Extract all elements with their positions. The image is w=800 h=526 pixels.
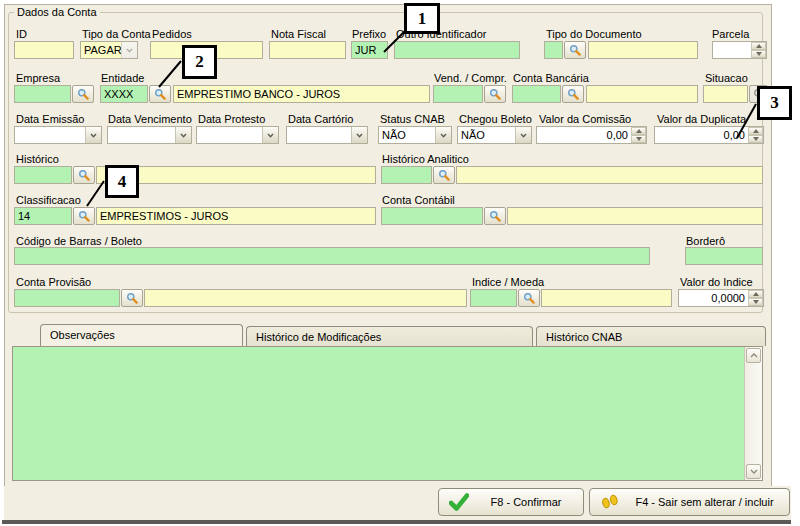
classificacao-code-input[interactable] xyxy=(14,207,72,225)
chevron-down-icon[interactable] xyxy=(175,127,191,143)
spin-down-button[interactable] xyxy=(748,135,763,143)
codigo-barras-input[interactable] xyxy=(14,247,650,265)
valor-duplicata-value: 0,00 xyxy=(655,127,748,143)
data-cartorio-combo[interactable] xyxy=(286,126,368,144)
chevron-down-icon[interactable] xyxy=(515,127,531,143)
scroll-down-button[interactable] xyxy=(746,464,761,479)
data-emissao-combo[interactable] xyxy=(14,126,102,144)
valor-comissao-value: 0,00 xyxy=(537,127,631,143)
scroll-up-button[interactable] xyxy=(746,348,761,363)
prefixo-input[interactable] xyxy=(351,41,388,59)
parcela-spinner[interactable] xyxy=(712,41,767,59)
conta-bancaria-desc-input[interactable] xyxy=(586,85,698,103)
valor-comissao-label: Valor da Comissão xyxy=(539,113,631,125)
tab-observacoes[interactable]: Observações xyxy=(40,324,243,346)
conta-contabil-lookup-button[interactable] xyxy=(484,207,506,225)
observacoes-textarea[interactable] xyxy=(13,347,743,480)
chegou-boleto-label: Chegou Boleto xyxy=(459,113,532,125)
indice-moeda-desc-input[interactable] xyxy=(541,289,672,307)
chevron-down-icon[interactable] xyxy=(435,127,451,143)
magnifier-icon xyxy=(154,88,166,100)
tipo-do-documento-lookup-button[interactable] xyxy=(564,41,586,59)
historico-analitico-code-input[interactable] xyxy=(381,166,432,184)
magnifier-icon xyxy=(489,210,501,222)
spin-up-button[interactable] xyxy=(748,290,763,298)
chevron-down-icon[interactable] xyxy=(351,127,367,143)
classificacao-lookup-button[interactable] xyxy=(73,207,95,225)
chevron-down-icon[interactable] xyxy=(262,127,278,143)
conta-bancaria-code-input[interactable] xyxy=(512,85,561,103)
conta-provisao-desc-input[interactable] xyxy=(144,289,467,307)
valor-duplicata-spinner[interactable]: 0,00 xyxy=(654,126,764,144)
historico-code-input[interactable] xyxy=(14,166,72,184)
tipo-do-documento-code-input[interactable] xyxy=(544,41,563,59)
outro-identificador-input[interactable] xyxy=(394,41,520,59)
conta-bancaria-label: Conta Bancária xyxy=(513,72,589,84)
chegou-boleto-combo[interactable]: NÃO xyxy=(457,126,532,144)
chevron-down-icon[interactable] xyxy=(85,127,101,143)
data-emissao-label: Data Emissão xyxy=(16,113,84,125)
data-cartorio-label: Data Cartório xyxy=(288,113,353,125)
window-bottom-frame xyxy=(2,520,791,524)
data-protesto-label: Data Protesto xyxy=(198,113,265,125)
spin-down-button[interactable] xyxy=(748,298,763,306)
tipo-da-conta-value: PAGAR xyxy=(81,42,121,58)
indice-moeda-lookup-button[interactable] xyxy=(518,289,540,307)
id-label: ID xyxy=(16,28,27,40)
bordero-input[interactable] xyxy=(685,247,763,265)
indice-moeda-code-input[interactable] xyxy=(470,289,517,307)
entidade-label: Entidade xyxy=(101,72,144,84)
nota-fiscal-input[interactable] xyxy=(269,41,346,59)
classificacao-desc-input[interactable] xyxy=(96,207,376,225)
chevron-down-icon[interactable] xyxy=(121,42,137,58)
spin-down-button[interactable] xyxy=(631,135,646,143)
conta-provisao-code-input[interactable] xyxy=(14,289,120,307)
id-input[interactable] xyxy=(14,41,74,59)
spin-up-button[interactable] xyxy=(748,127,763,135)
chevron-up-icon xyxy=(750,353,758,358)
entidade-lookup-button[interactable] xyxy=(149,85,171,103)
conta-provisao-lookup-button[interactable] xyxy=(121,289,143,307)
nota-fiscal-label: Nota Fiscal xyxy=(271,28,326,40)
tab-historico-cnab[interactable]: Histórico CNAB xyxy=(536,326,766,346)
historico-analitico-desc-input[interactable] xyxy=(456,166,763,184)
conta-contabil-desc-input[interactable] xyxy=(507,207,763,225)
spin-down-button[interactable] xyxy=(751,50,766,58)
tipo-do-documento-desc-input[interactable] xyxy=(588,41,698,59)
data-vencimento-label: Data Vencimento xyxy=(108,113,192,125)
magnifier-icon xyxy=(78,210,90,222)
callout-2: 2 xyxy=(182,45,217,79)
empresa-label: Empresa xyxy=(16,72,60,84)
checkmark-icon xyxy=(449,493,469,511)
tipo-do-documento-label: Tipo do Documento xyxy=(546,28,642,40)
valor-comissao-spinner[interactable]: 0,00 xyxy=(536,126,647,144)
tab-historico-modificacoes[interactable]: Histórico de Modificações xyxy=(246,326,533,346)
vend-compr-input[interactable] xyxy=(433,85,483,103)
tipo-da-conta-combo[interactable]: PAGAR xyxy=(80,41,138,59)
entidade-desc-input[interactable] xyxy=(173,85,430,103)
entidade-code-input[interactable] xyxy=(100,85,148,103)
data-vencimento-value xyxy=(108,127,175,143)
data-vencimento-combo[interactable] xyxy=(107,126,192,144)
conta-contabil-code-input[interactable] xyxy=(381,207,483,225)
spin-up-button[interactable] xyxy=(751,42,766,50)
empresa-lookup-button[interactable] xyxy=(72,85,94,103)
magnifier-icon xyxy=(489,88,501,100)
valor-indice-spinner[interactable]: 0,0000 xyxy=(678,289,764,307)
status-cnab-combo[interactable]: NÃO xyxy=(378,126,452,144)
data-protesto-combo[interactable] xyxy=(196,126,279,144)
codigo-barras-label: Código de Barras / Boleto xyxy=(16,235,142,247)
historico-lookup-button[interactable] xyxy=(73,166,95,184)
vend-compr-lookup-button[interactable] xyxy=(484,85,506,103)
confirmar-button[interactable]: F8 - Confirmar xyxy=(438,488,584,516)
vertical-scrollbar[interactable] xyxy=(744,347,762,480)
historico-analitico-lookup-button[interactable] xyxy=(433,166,455,184)
empresa-input[interactable] xyxy=(14,85,71,103)
groupbox-title: Dados da Conta xyxy=(14,6,100,18)
spin-up-button[interactable] xyxy=(631,127,646,135)
sair-button[interactable]: F4 - Sair sem alterar / incluir xyxy=(589,488,790,516)
conta-bancaria-lookup-button[interactable] xyxy=(562,85,584,103)
situacao-input[interactable] xyxy=(703,85,748,103)
status-cnab-label: Status CNAB xyxy=(380,113,445,125)
parcela-label: Parcela xyxy=(712,28,749,40)
